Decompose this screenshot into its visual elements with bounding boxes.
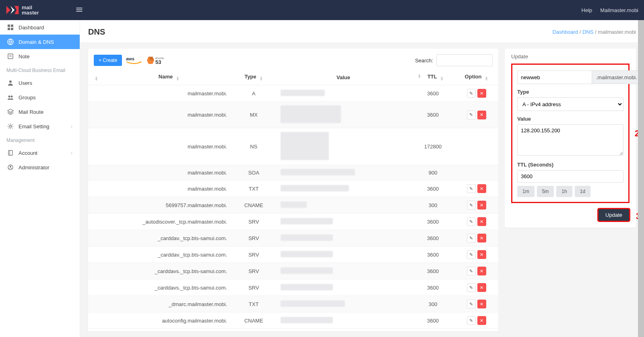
dns-table: ▲▼ Name ▲▼ Type ▲▼ Value ▲▼TTL ▲▼ Option… — [88, 70, 498, 329]
menu-toggle-icon[interactable] — [75, 6, 83, 15]
cell-value — [276, 263, 411, 279]
cell-name: autoconfig.mailmaster.mobi. — [106, 312, 232, 329]
cell-type: CNAME — [232, 197, 275, 214]
breadcrumb-dashboard[interactable]: Dashboard — [553, 29, 578, 35]
sidebar-item-dashboard[interactable]: Dashboard — [0, 20, 80, 35]
book-icon — [7, 150, 14, 156]
col-ttl[interactable]: ▲▼TTL ▲▼ — [411, 70, 454, 85]
sidebar-item-account[interactable]: Account › — [0, 146, 80, 160]
edit-button[interactable]: ✎ — [467, 184, 476, 193]
delete-button[interactable]: ✕ — [477, 250, 486, 259]
sidebar-item-groups[interactable]: Groups — [0, 90, 80, 105]
table-row: _dmarc.mailmaster.mobi.TXT300✎✕ — [88, 296, 498, 312]
search-input[interactable] — [436, 54, 493, 66]
cell-value — [276, 85, 411, 102]
ttl-input[interactable] — [517, 170, 623, 183]
grid-icon — [7, 24, 14, 31]
main: DNS Dashboard / DNS / mailmaster.mobi + … — [80, 20, 644, 337]
sidebar-category: Management — [0, 134, 80, 146]
sidebar-item-emailsetting[interactable]: Email Setting › — [0, 119, 80, 134]
cell-name: _carddav._tcp.bts-samui.com. — [106, 230, 232, 247]
edit-button[interactable]: ✎ — [467, 267, 476, 275]
ttl-preset-1h[interactable]: 1h — [556, 186, 572, 197]
table-row: mailmaster.mobi.A3600✎✕ — [88, 85, 498, 102]
cell-type: CNAME — [232, 312, 275, 329]
svg-rect-10 — [8, 150, 12, 155]
sidebar-item-label: Email Setting — [19, 123, 50, 129]
delete-button[interactable]: ✕ — [477, 267, 486, 275]
table-row: _carddavs._tcp.bts-samui.com.SRV3600✎✕ — [88, 263, 498, 279]
cell-ttl: 3600 — [411, 230, 454, 247]
topbar-right: Help Mailmaster.mobi — [582, 7, 638, 13]
col-value[interactable]: Value — [276, 70, 411, 85]
edit-button[interactable]: ✎ — [467, 111, 476, 119]
cell-value — [276, 165, 411, 181]
delete-button[interactable]: ✕ — [477, 217, 486, 226]
delete-button[interactable]: ✕ — [477, 283, 486, 292]
delete-button[interactable]: ✕ — [477, 89, 486, 98]
cell-option: ✎✕ — [455, 247, 498, 263]
table-row: _carddav._tcp.bts-samui.com.SRV3600✎✕ — [88, 230, 498, 247]
page-scrollbar[interactable] — [638, 20, 644, 337]
breadcrumb-current: mailmaster.mobi — [598, 29, 636, 35]
type-label: Type — [517, 89, 623, 95]
delete-button[interactable]: ✕ — [477, 316, 486, 325]
delete-button[interactable]: ✕ — [477, 300, 486, 308]
edit-button[interactable]: ✎ — [467, 201, 476, 210]
sidebar-item-note[interactable]: Note — [0, 49, 80, 64]
sidebar-item-domain-dns[interactable]: Domain & DNS — [0, 35, 80, 49]
table-row: mailmaster.mobi.MX3600✎✕ — [88, 102, 498, 128]
delete-button[interactable]: ✕ — [477, 111, 486, 119]
sidebar-item-users[interactable]: Users — [0, 76, 80, 90]
table-row: 5699757.mailmaster.mobi.CNAME300✎✕ — [88, 197, 498, 214]
cell-value — [276, 128, 411, 165]
col-name[interactable]: Name ▲▼ — [106, 70, 232, 85]
sidebar-item-mailroute[interactable]: Mail Route — [0, 105, 80, 119]
cell-ttl: 900 — [411, 165, 454, 181]
edit-button[interactable]: ✎ — [467, 300, 476, 308]
sidebar-item-label: Administrator — [19, 164, 50, 171]
edit-button[interactable]: ✎ — [467, 89, 476, 98]
sidebar-item-administrator[interactable]: Administrator — [0, 160, 80, 175]
col-type[interactable]: Type ▲▼ — [232, 70, 275, 85]
svg-point-7 — [8, 96, 10, 98]
edit-button[interactable]: ✎ — [467, 316, 476, 325]
create-button[interactable]: + Create — [94, 55, 122, 66]
gear-icon — [7, 123, 14, 129]
record-type-select[interactable]: A - IPv4 address — [517, 97, 623, 111]
record-value-textarea[interactable]: 128.200.155.200 — [517, 124, 623, 156]
cell-type: SRV — [232, 279, 275, 296]
cell-type: A — [232, 85, 275, 102]
delete-button[interactable]: ✕ — [477, 184, 486, 193]
edit-button[interactable]: ✎ — [467, 283, 476, 292]
table-row: _carddav._tcp.bts-samui.com.SRV3600✎✕ — [88, 247, 498, 263]
cell-value — [276, 102, 411, 128]
cell-type: SOA — [232, 165, 275, 181]
table-row: _autodiscover._tcp.mailmaster.mobi.SRV36… — [88, 214, 498, 230]
help-link[interactable]: Help — [582, 7, 592, 13]
aws-logo-icon: aws — [126, 55, 142, 66]
cell-value — [276, 181, 411, 197]
cell-type: SRV — [232, 263, 275, 279]
delete-button[interactable]: ✕ — [477, 201, 486, 210]
cell-type: TXT — [232, 296, 275, 312]
edit-button[interactable]: ✎ — [467, 234, 476, 242]
breadcrumb-dns[interactable]: DNS — [582, 29, 593, 35]
col-expand[interactable]: ▲▼ — [88, 70, 106, 85]
table-row: mailmaster.mobi.NS172800 — [88, 128, 498, 165]
logo-icon — [6, 5, 19, 15]
update-button[interactable]: Update — [598, 209, 630, 221]
ttl-preset-1d[interactable]: 1d — [575, 186, 590, 197]
ttl-preset-1m[interactable]: 1m — [517, 186, 535, 197]
record-name-input[interactable] — [517, 70, 592, 84]
sidebar-item-label: Account — [19, 150, 37, 156]
topbar: mailmaster Help Mailmaster.mobi — [0, 0, 644, 20]
edit-button[interactable]: ✎ — [467, 250, 476, 259]
site-link[interactable]: Mailmaster.mobi — [600, 7, 638, 13]
svg-rect-2 — [8, 28, 10, 30]
delete-button[interactable]: ✕ — [477, 234, 486, 242]
ttl-preset-5m[interactable]: 5m — [537, 186, 554, 197]
cell-option: ✎✕ — [455, 197, 498, 214]
cell-name: _carddav._tcp.bts-samui.com. — [106, 247, 232, 263]
edit-button[interactable]: ✎ — [467, 217, 476, 226]
